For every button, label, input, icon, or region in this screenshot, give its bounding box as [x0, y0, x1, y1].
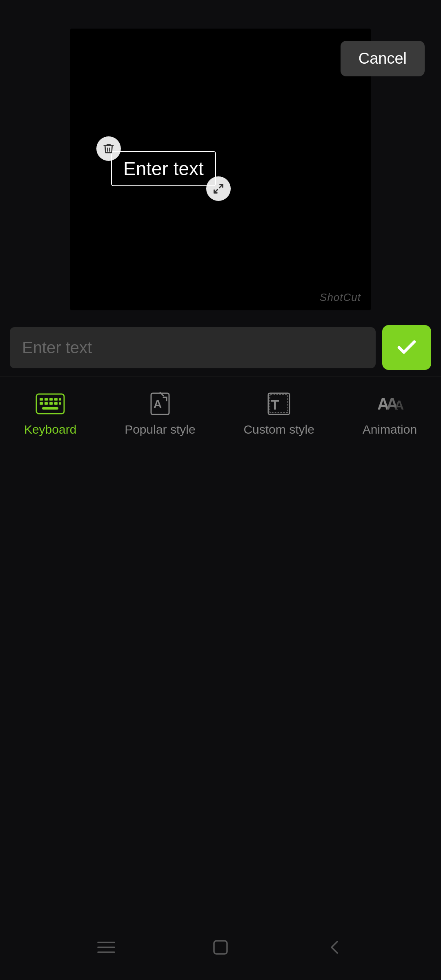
popular-style-tab-label: Popular style	[125, 423, 195, 437]
back-icon[interactable]	[323, 935, 347, 960]
svg-text:T: T	[271, 397, 279, 412]
confirm-button[interactable]	[382, 325, 431, 370]
svg-text:A: A	[154, 398, 162, 410]
home-icon[interactable]	[208, 935, 233, 960]
keyboard-tab-label: Keyboard	[24, 423, 76, 437]
keyboard-icon	[36, 389, 65, 419]
delete-text-button[interactable]	[96, 136, 121, 161]
svg-rect-9	[45, 402, 48, 405]
popular-style-icon: A	[145, 389, 175, 419]
svg-rect-10	[49, 402, 53, 405]
text-input-field[interactable]	[10, 327, 376, 368]
svg-rect-12	[59, 402, 61, 405]
text-input-row	[0, 318, 441, 376]
system-nav-bar	[0, 927, 441, 968]
bottom-toolbar: Keyboard A Popular style T	[0, 318, 441, 445]
svg-rect-6	[54, 398, 58, 401]
menu-icon[interactable]	[94, 935, 118, 960]
tab-animation[interactable]: A A A Animation	[350, 385, 429, 441]
svg-rect-11	[54, 402, 58, 405]
canvas-text-box[interactable]: Enter text	[111, 151, 216, 186]
svg-rect-3	[40, 398, 43, 401]
video-preview: Enter text ShotCut	[70, 29, 371, 310]
custom-style-tab-label: Custom style	[243, 423, 314, 437]
animation-tab-label: Animation	[363, 423, 417, 437]
svg-rect-5	[49, 398, 53, 401]
animation-icon: A A A	[375, 389, 404, 419]
canvas-text-element[interactable]: Enter text	[111, 151, 216, 186]
svg-rect-25	[214, 941, 227, 954]
custom-style-icon: T	[264, 389, 294, 419]
cancel-button[interactable]: Cancel	[341, 41, 425, 76]
svg-rect-7	[59, 398, 61, 401]
tab-popular-style[interactable]: A Popular style	[112, 385, 207, 441]
svg-rect-8	[40, 402, 43, 405]
svg-rect-13	[42, 407, 58, 410]
svg-text:A: A	[394, 398, 404, 412]
tab-custom-style[interactable]: T Custom style	[231, 385, 326, 441]
resize-handle[interactable]	[206, 176, 231, 201]
svg-rect-4	[45, 398, 48, 401]
tab-keyboard[interactable]: Keyboard	[12, 385, 89, 441]
tab-bar: Keyboard A Popular style T	[0, 376, 441, 445]
watermark: ShotCut	[320, 291, 361, 304]
